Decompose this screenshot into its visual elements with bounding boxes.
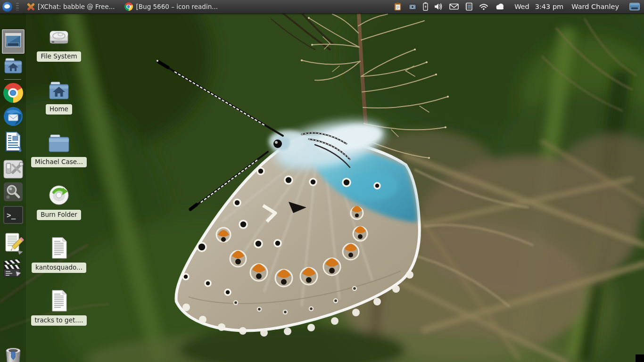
taskbar-item-label: [Bug 5660 – icon readin... bbox=[136, 3, 218, 10]
user-menu[interactable]: Ward Chanley bbox=[571, 3, 619, 10]
screenshot-icon[interactable] bbox=[408, 2, 417, 11]
text-file-icon bbox=[49, 288, 69, 312]
wallpaper-butterfly-photo bbox=[0, 0, 644, 362]
taskbar-item-browser-bug[interactable]: [Bug 5660 – icon readin... bbox=[120, 0, 223, 13]
svg-text:>_: >_ bbox=[7, 211, 16, 220]
dock-item-app-finder[interactable] bbox=[3, 182, 23, 204]
dock-item-window-manager[interactable] bbox=[2, 29, 25, 54]
home-folder-icon bbox=[2, 55, 24, 76]
wallpaper-scene bbox=[0, 0, 644, 362]
drive-icon bbox=[47, 25, 71, 48]
dock-item-libreoffice-writer[interactable] bbox=[2, 130, 25, 155]
terminal-icon: >_ bbox=[3, 205, 24, 225]
trash-icon bbox=[3, 346, 24, 362]
xchat-icon bbox=[26, 3, 34, 11]
desktop-icon-burn-folder[interactable]: Burn Folder bbox=[26, 183, 92, 220]
text-file-icon bbox=[49, 236, 69, 259]
dock-item-settings[interactable] bbox=[3, 159, 24, 181]
system-tray: Wed 3:43 pm Ward Chanley bbox=[393, 2, 644, 11]
settings-icon bbox=[3, 159, 24, 179]
app-finder-icon bbox=[3, 182, 23, 202]
desktop-icon-label: Burn Folder bbox=[37, 210, 81, 220]
desktop-icon-label: kantosquado... bbox=[32, 263, 86, 273]
dock-item-text-editor[interactable] bbox=[2, 232, 25, 256]
chrome-icon bbox=[3, 83, 23, 103]
text-editor-icon bbox=[2, 232, 25, 255]
folder-icon bbox=[47, 130, 71, 154]
desktop-icon-file-system[interactable]: File System bbox=[26, 25, 92, 62]
burn-disc-icon bbox=[47, 183, 71, 206]
top-panel: [XChat: babble @ Free... [Bug 5660 – ico… bbox=[0, 0, 644, 14]
desktop-icon-label: Home bbox=[46, 104, 72, 115]
desktop-icon-label: File System bbox=[37, 51, 81, 62]
desktop-icon-michael-case[interactable]: Michael Case... bbox=[26, 130, 92, 167]
weather-icon[interactable] bbox=[494, 2, 505, 11]
notes-icon[interactable] bbox=[464, 2, 473, 11]
clock-time: 3:43 pm bbox=[535, 3, 564, 10]
dock-item-home[interactable] bbox=[2, 55, 24, 78]
dock-item-video-editor[interactable] bbox=[2, 257, 25, 281]
desktop-icon-label: Michael Case... bbox=[31, 157, 87, 167]
dock-separator bbox=[4, 79, 21, 80]
home-folder-icon bbox=[47, 77, 71, 101]
applications-menu-button[interactable] bbox=[2, 2, 12, 12]
battery-icon[interactable] bbox=[422, 2, 429, 11]
dock-panel: >_ bbox=[0, 13, 26, 362]
clipboard-icon[interactable] bbox=[393, 2, 403, 11]
desktop-icon-tracks-to-get[interactable]: tracks to get.... bbox=[26, 288, 92, 326]
mail-icon[interactable] bbox=[449, 2, 459, 11]
chrome-icon bbox=[124, 2, 133, 11]
taskbar-item-label: [XChat: babble @ Free... bbox=[38, 3, 115, 10]
desktop-icon-home[interactable]: Home bbox=[26, 77, 92, 115]
dock-item-terminal[interactable]: >_ bbox=[3, 205, 24, 227]
wifi-icon[interactable] bbox=[479, 2, 489, 11]
thunderbird-icon bbox=[2, 106, 24, 127]
dock-item-trash[interactable] bbox=[3, 346, 24, 362]
panel-grip[interactable] bbox=[16, 3, 19, 10]
dock-item-chrome[interactable] bbox=[3, 83, 23, 103]
show-desktop-icon[interactable] bbox=[629, 2, 640, 11]
libreoffice-writer-icon bbox=[2, 130, 25, 153]
video-editor-icon bbox=[2, 257, 25, 279]
window-manager-icon bbox=[3, 30, 24, 51]
dock-item-thunderbird[interactable] bbox=[2, 106, 24, 129]
clock-day: Wed bbox=[514, 3, 529, 10]
volume-icon[interactable] bbox=[434, 2, 444, 11]
desktop-icon-kantosquado[interactable]: kantosquado... bbox=[26, 236, 92, 273]
clock[interactable]: Wed 3:43 pm bbox=[514, 3, 563, 10]
taskbar-item-xchat[interactable]: [XChat: babble @ Free... bbox=[22, 0, 120, 13]
desktop-icon-label: tracks to get.... bbox=[31, 315, 87, 326]
